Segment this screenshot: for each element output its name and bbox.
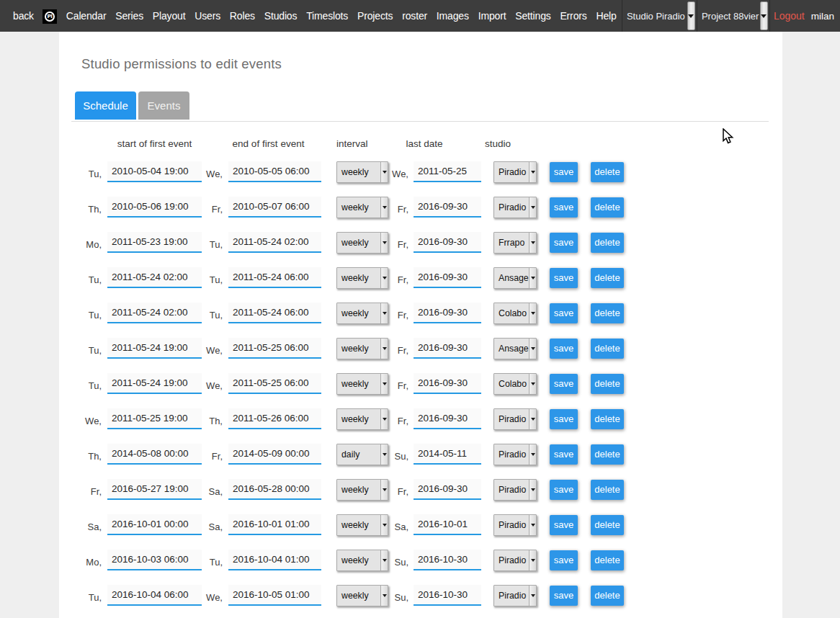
end-datetime-input[interactable] xyxy=(228,338,321,359)
studio-select[interactable]: Piradio xyxy=(493,444,537,465)
last-date-input[interactable] xyxy=(414,303,481,323)
delete-button[interactable]: delete xyxy=(591,162,624,182)
save-button[interactable]: save xyxy=(550,550,578,570)
start-datetime-input[interactable] xyxy=(107,373,202,394)
last-date-input[interactable] xyxy=(414,232,481,253)
end-datetime-input[interactable] xyxy=(228,585,321,606)
delete-button[interactable]: delete xyxy=(591,586,624,606)
nav-item-timeslots[interactable]: Timeslots xyxy=(306,10,348,22)
save-button[interactable]: save xyxy=(550,197,578,218)
delete-button[interactable]: delete xyxy=(591,268,624,288)
end-datetime-input[interactable] xyxy=(228,444,321,465)
nav-item-calendar[interactable]: Calendar xyxy=(66,10,107,22)
start-datetime-input[interactable] xyxy=(107,550,202,570)
interval-select[interactable]: weekly xyxy=(336,585,388,606)
end-datetime-input[interactable] xyxy=(228,232,321,253)
studio-select[interactable]: Colabo xyxy=(493,373,537,395)
delete-button[interactable]: delete xyxy=(591,444,624,465)
interval-select[interactable]: weekly xyxy=(336,514,388,536)
nav-item-images[interactable]: Images xyxy=(437,10,469,22)
start-datetime-input[interactable] xyxy=(107,585,202,606)
last-date-input[interactable] xyxy=(414,479,481,500)
save-button[interactable]: save xyxy=(550,268,578,288)
end-datetime-input[interactable] xyxy=(228,550,321,570)
last-date-input[interactable] xyxy=(414,161,481,182)
studio-select[interactable]: Piradio xyxy=(493,161,537,183)
interval-select[interactable]: weekly xyxy=(336,197,388,218)
interval-select[interactable]: weekly xyxy=(336,338,388,359)
start-datetime-input[interactable] xyxy=(107,267,202,288)
interval-select[interactable]: daily xyxy=(336,444,388,465)
end-datetime-input[interactable] xyxy=(228,267,321,288)
save-button[interactable]: save xyxy=(550,162,578,182)
delete-button[interactable]: delete xyxy=(591,233,624,253)
save-button[interactable]: save xyxy=(550,409,578,429)
last-date-input[interactable] xyxy=(414,373,481,394)
piradio-logo-icon[interactable]: PI xyxy=(43,9,57,24)
nav-item-back[interactable]: back xyxy=(13,10,34,22)
studio-select[interactable]: Piradio xyxy=(493,197,537,218)
nav-item-errors[interactable]: Errors xyxy=(560,10,586,22)
start-datetime-input[interactable] xyxy=(107,303,202,323)
last-date-input[interactable] xyxy=(414,197,481,218)
delete-button[interactable]: delete xyxy=(591,339,624,359)
studio-select[interactable]: Piradio xyxy=(493,514,537,536)
tab-schedule[interactable]: Schedule xyxy=(75,91,136,120)
start-datetime-input[interactable] xyxy=(107,514,202,535)
interval-select[interactable]: weekly xyxy=(336,373,388,395)
end-datetime-input[interactable] xyxy=(228,197,321,218)
studio-select[interactable]: Piradio xyxy=(493,550,537,571)
studio-select[interactable]: Colabo xyxy=(493,303,537,324)
end-datetime-input[interactable] xyxy=(228,161,321,182)
last-date-input[interactable] xyxy=(414,550,481,570)
save-button[interactable]: save xyxy=(550,339,578,359)
last-date-input[interactable] xyxy=(414,585,481,606)
nav-item-users[interactable]: Users xyxy=(195,10,220,22)
save-button[interactable]: save xyxy=(550,233,578,253)
end-datetime-input[interactable] xyxy=(228,303,321,323)
nav-item-series[interactable]: Series xyxy=(115,10,143,22)
studio-select[interactable]: Frrapo xyxy=(493,232,537,254)
interval-select[interactable]: weekly xyxy=(336,303,388,324)
end-datetime-input[interactable] xyxy=(228,373,321,394)
delete-button[interactable]: delete xyxy=(591,480,624,500)
studio-select[interactable]: Ansage xyxy=(493,338,537,359)
delete-button[interactable]: delete xyxy=(591,303,624,323)
interval-select[interactable]: weekly xyxy=(336,408,388,430)
end-datetime-input[interactable] xyxy=(228,408,321,429)
start-datetime-input[interactable] xyxy=(107,232,202,253)
delete-button[interactable]: delete xyxy=(591,550,624,570)
interval-select[interactable]: weekly xyxy=(336,161,388,183)
start-datetime-input[interactable] xyxy=(107,479,202,500)
nav-item-projects[interactable]: Projects xyxy=(357,10,393,22)
nav-item-roles[interactable]: Roles xyxy=(230,10,255,22)
studio-select[interactable]: Piradio xyxy=(493,408,537,430)
start-datetime-input[interactable] xyxy=(107,161,202,182)
end-datetime-input[interactable] xyxy=(228,514,321,535)
save-button[interactable]: save xyxy=(550,303,578,323)
logout-link[interactable]: Logout xyxy=(774,10,805,22)
start-datetime-input[interactable] xyxy=(107,408,202,429)
save-button[interactable]: save xyxy=(550,374,578,394)
last-date-input[interactable] xyxy=(414,444,481,465)
tab-events[interactable]: Events xyxy=(138,91,189,120)
save-button[interactable]: save xyxy=(550,480,578,500)
last-date-input[interactable] xyxy=(414,408,481,429)
start-datetime-input[interactable] xyxy=(107,338,202,359)
interval-select[interactable]: weekly xyxy=(336,479,388,501)
save-button[interactable]: save xyxy=(550,444,578,465)
nav-item-import[interactable]: Import xyxy=(478,10,506,22)
project-select[interactable]: Project 88vier xyxy=(697,0,770,32)
interval-select[interactable]: weekly xyxy=(336,232,388,254)
last-date-input[interactable] xyxy=(414,514,481,535)
save-button[interactable]: save xyxy=(550,515,578,535)
studio-select[interactable]: Piradio xyxy=(493,585,537,606)
delete-button[interactable]: delete xyxy=(591,374,624,394)
delete-button[interactable]: delete xyxy=(591,409,624,429)
nav-item-help[interactable]: Help xyxy=(596,10,616,22)
nav-item-roster[interactable]: roster xyxy=(402,10,427,22)
last-date-input[interactable] xyxy=(414,338,481,359)
studio-select[interactable]: Studio Piradio xyxy=(622,0,697,32)
start-datetime-input[interactable] xyxy=(107,444,202,465)
interval-select[interactable]: weekly xyxy=(336,550,388,571)
